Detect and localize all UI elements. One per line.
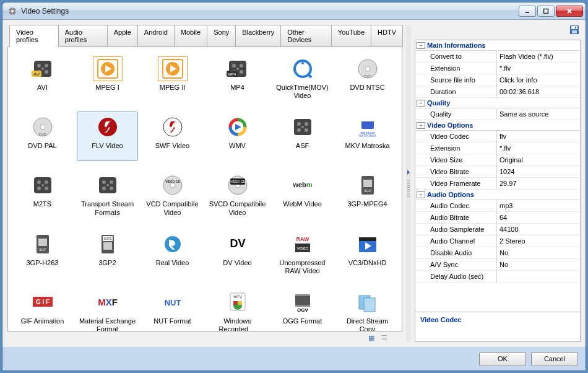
prop-value[interactable]: Click for info (497, 74, 580, 86)
tab-hdtv[interactable]: HDTV (371, 25, 403, 46)
prop-value[interactable]: 2 Stereo (497, 235, 580, 247)
format-3gp-mpeg4[interactable]: 3GP3GP-MPEG4 (337, 170, 398, 219)
collapse-icon[interactable]: − (417, 122, 425, 129)
grid-view-icon[interactable]: ▦ (368, 334, 374, 341)
bottom-bar: OK Cancel (2, 347, 586, 371)
prop-row[interactable]: Video SizeOriginal (415, 154, 580, 166)
tab-android[interactable]: Android (137, 25, 175, 46)
collapse-icon[interactable]: − (417, 42, 425, 49)
svg-point-28 (240, 70, 243, 74)
prop-row[interactable]: Audio Samplerate44100 (415, 224, 580, 235)
tab-mobile[interactable]: Mobile (174, 25, 207, 46)
prop-row[interactable]: Video Bitrate1024 (415, 166, 580, 178)
collapse-icon[interactable]: − (417, 100, 425, 107)
ok-button[interactable]: OK (479, 352, 526, 366)
prop-value[interactable]: Flash Video (*.flv) (497, 51, 580, 62)
svg-text:•VIDEO CD•: •VIDEO CD• (229, 180, 246, 183)
prop-row[interactable]: Audio Bitrate64 (415, 212, 580, 224)
titlebar[interactable]: Video Settings (2, 2, 586, 20)
prop-row[interactable]: Audio Codecmp3 (415, 200, 580, 212)
format-swf-video[interactable]: SWF Video (142, 112, 203, 161)
splitter[interactable] (406, 25, 411, 342)
prop-value[interactable]: flv (497, 131, 580, 142)
format-avi[interactable]: AviAVI (12, 53, 73, 103)
prop-row[interactable]: Extension*.flv (415, 63, 580, 74)
collapse-icon[interactable]: − (417, 191, 425, 198)
format-flv-video[interactable]: FLV Video (77, 112, 138, 161)
svg-rect-83 (103, 242, 112, 250)
format-material-exchange-format[interactable]: MXFMaterial Exchange Format (77, 287, 138, 331)
save-icon[interactable] (569, 25, 579, 35)
svg-text:MATROSKA: MATROSKA (359, 134, 376, 138)
format-nut-format[interactable]: NUTNUT Format (142, 287, 203, 331)
format-transport-stream-formats[interactable]: Transport Stream Formats (77, 170, 138, 219)
format-gif-animation[interactable]: G I FGIF Animation (12, 287, 73, 331)
prop-row[interactable]: Video Framerate29.97 (415, 178, 580, 190)
prop-row[interactable]: Audio Channel2 Stereo (415, 235, 580, 247)
svg-point-11 (37, 64, 41, 68)
prop-value[interactable]: 00:02:36.618 (497, 86, 580, 97)
format-mp4[interactable]: MP4MP4 (207, 53, 268, 103)
format-vc3-dnxhd[interactable]: VC3/DNxHD (337, 229, 398, 278)
prop-value[interactable]: Same as source (497, 108, 580, 120)
format-webm-video[interactable]: webmWebM Video (272, 170, 333, 219)
format-mkv-matroska[interactable]: матрёшкаMATROSKAMKV Matroska (337, 112, 398, 161)
tab-apple[interactable]: Apple (107, 25, 138, 46)
format-ogg-format[interactable]: OGVOGG Format (272, 287, 333, 331)
tab-other-devices[interactable]: Other Devices (280, 25, 332, 46)
close-button[interactable] (556, 6, 583, 17)
tab-sony[interactable]: Sony (207, 25, 236, 46)
prop-row[interactable]: QualitySame as source (415, 108, 580, 120)
prop-row[interactable]: Extension*.flv (415, 143, 580, 154)
prop-row[interactable]: Source file infoClick for info (415, 74, 580, 86)
tab-audio-profiles[interactable]: Audio profiles (58, 25, 108, 46)
prop-value[interactable]: *.flv (497, 63, 580, 74)
format-m2ts[interactable]: M2TS (12, 170, 73, 219)
list-view-icon[interactable]: ☰ (381, 334, 387, 341)
prop-row[interactable]: Disable AudioNo (415, 247, 580, 259)
format-label: 3GP-H263 (27, 259, 59, 275)
prop-row[interactable]: A/V SyncNo (415, 259, 580, 271)
format-dvd-ntsc[interactable]: DVDDVD NTSC (337, 53, 398, 103)
format-dvd-pal[interactable]: DVDDVD PAL (12, 112, 73, 161)
prop-row[interactable]: Convert toFlash Video (*.flv) (415, 51, 580, 63)
format-asf[interactable]: ASF (272, 112, 333, 161)
format-real-video[interactable]: Real Video (142, 229, 203, 278)
format-label: MKV Matroska (345, 142, 389, 158)
format-quicktime-mov-video[interactable]: QuickTime(MOV) Video (272, 53, 333, 103)
format-svcd-compatibile-video[interactable]: •VIDEO CD•SVCD Compatibile Video (207, 170, 268, 219)
prop-value[interactable]: 64 (497, 212, 580, 223)
format-vcd-compatibile-video[interactable]: VIDEO CDVCD Compatibile Video (142, 170, 203, 219)
prop-value[interactable]: mp3 (497, 200, 580, 211)
prop-value[interactable]: 44100 (497, 224, 580, 235)
format-dv-video[interactable]: DVDV Video (207, 229, 268, 278)
cancel-button[interactable]: Cancel (531, 352, 578, 366)
prop-value[interactable]: *.flv (497, 143, 580, 154)
prop-value[interactable]: 29.97 (497, 178, 580, 189)
format-uncompressed-raw-video[interactable]: RAWVIDEOUncompressed RAW Video (272, 229, 333, 278)
format-direct-stream-copy[interactable]: Direct Stream Copy (337, 287, 398, 331)
format-3gp-h263[interactable]: 3GP3GP-H263 (12, 229, 73, 278)
prop-row[interactable]: Delay Audio (sec) (415, 271, 580, 283)
minimize-button[interactable] (519, 6, 536, 17)
prop-value[interactable] (497, 271, 580, 282)
tab-blackberry[interactable]: Blackberry (235, 25, 281, 46)
svg-point-58 (45, 186, 48, 190)
dvd-icon: DVD (28, 115, 58, 139)
prop-value[interactable]: No (497, 259, 580, 270)
prop-value[interactable]: No (497, 247, 580, 258)
property-grid[interactable]: −Main InformationsConvert toFlash Video … (415, 40, 581, 312)
format-mpeg-i[interactable]: MPEG I (77, 53, 138, 103)
format-mpeg-ii[interactable]: MPEG II (142, 53, 203, 103)
format-3gp2[interactable]: 3GP23GP2 (77, 229, 138, 278)
tab-video-profiles[interactable]: Video profiles (9, 25, 59, 47)
prop-row[interactable]: Video Codecflv (415, 131, 580, 143)
prop-value[interactable]: Original (497, 154, 580, 165)
view-toggle: ▦ ☰ (7, 331, 402, 342)
format-windows-recorded-[interactable]: WTVWindows Recorded ... (207, 287, 268, 331)
maximize-button[interactable] (537, 6, 555, 17)
prop-row[interactable]: Duration00:02:36.618 (415, 86, 580, 98)
format-wmv[interactable]: WMV (207, 112, 268, 161)
prop-value[interactable]: 1024 (497, 166, 580, 177)
tab-youtube[interactable]: YouTube (331, 25, 371, 46)
